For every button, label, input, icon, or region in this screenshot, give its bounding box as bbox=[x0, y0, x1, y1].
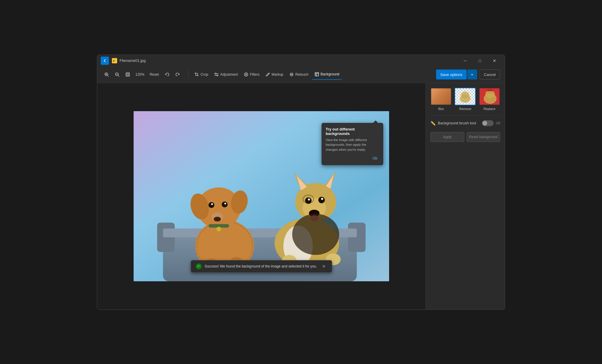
cancel-button[interactable]: Cancel bbox=[480, 70, 500, 79]
brush-tool-row: ✏️ Background brush tool Off bbox=[431, 120, 500, 126]
zoom-in-button[interactable] bbox=[102, 70, 111, 79]
brush-icon: ✏️ bbox=[431, 121, 435, 126]
toolbar-right: Save options ▾ Cancel bbox=[436, 70, 500, 79]
zoom-value: 120% bbox=[134, 72, 146, 77]
brush-toggle[interactable] bbox=[482, 120, 494, 126]
remove-label: Remove bbox=[459, 107, 471, 111]
reset-background-button[interactable]: Reset background bbox=[467, 132, 500, 142]
canvas-area[interactable]: Try out different backgrounds View the i… bbox=[97, 83, 426, 309]
maximize-button[interactable]: □ bbox=[473, 56, 487, 65]
zoom-controls: 120% Reset bbox=[102, 70, 182, 79]
apply-button[interactable]: Apply bbox=[431, 132, 464, 142]
toast-check-icon: ✓ bbox=[196, 263, 202, 269]
main-image: Try out different backgrounds View the i… bbox=[134, 111, 389, 281]
remove-option[interactable]: Preview Remove bbox=[455, 88, 476, 111]
tooltip-ok-button[interactable]: Ok bbox=[371, 155, 379, 161]
svg-point-54 bbox=[292, 214, 339, 255]
svg-line-18 bbox=[268, 73, 269, 74]
remove-thumbnail: Preview bbox=[455, 88, 476, 105]
active-indicator bbox=[312, 79, 342, 80]
tooltip-body: View the image with different background… bbox=[326, 138, 379, 152]
retouch-button[interactable]: Retouch bbox=[287, 70, 311, 79]
background-options: Blur Preview bbox=[431, 88, 500, 111]
svg-rect-20 bbox=[315, 72, 319, 76]
back-button[interactable] bbox=[101, 57, 109, 65]
toolbar: 120% Reset Crop Adjustment Filters bbox=[97, 67, 505, 83]
replace-label: Replace bbox=[484, 107, 495, 111]
svg-line-7 bbox=[118, 75, 119, 77]
remove-preview bbox=[455, 88, 475, 105]
replace-thumbnail: Preview bbox=[479, 88, 500, 105]
toolbar-separator-1 bbox=[188, 70, 189, 79]
svg-point-11 bbox=[215, 73, 216, 74]
adjustment-button[interactable]: Adjustment bbox=[212, 70, 240, 79]
markup-button[interactable]: Markup bbox=[263, 70, 286, 79]
undo-button[interactable] bbox=[162, 70, 172, 79]
success-toast: ✓ Success! We found the background of th… bbox=[191, 260, 332, 272]
image-container: Try out different backgrounds View the i… bbox=[134, 111, 389, 281]
crop-button[interactable]: Crop bbox=[192, 70, 211, 79]
save-options-chevron[interactable]: ▾ bbox=[467, 70, 477, 79]
replace-option[interactable]: Preview Replace bbox=[479, 88, 500, 111]
svg-point-51 bbox=[308, 198, 310, 200]
toast-message: Success! We found the background of the … bbox=[205, 264, 317, 268]
svg-point-34 bbox=[222, 202, 228, 207]
svg-point-50 bbox=[318, 197, 325, 203]
toast-close-button[interactable]: ✕ bbox=[321, 263, 327, 269]
svg-point-32 bbox=[214, 217, 221, 221]
brush-tool-label: Background brush tool bbox=[438, 121, 480, 125]
blur-preview bbox=[431, 88, 452, 105]
svg-point-36 bbox=[224, 203, 226, 204]
svg-point-33 bbox=[208, 202, 214, 208]
blur-thumbnail bbox=[431, 88, 452, 105]
reset-zoom-button[interactable]: Reset bbox=[147, 70, 161, 79]
window-controls: ─ □ ✕ bbox=[458, 56, 501, 65]
aspect-ratio-button[interactable] bbox=[123, 70, 132, 79]
close-button[interactable]: ✕ bbox=[488, 56, 501, 65]
svg-point-35 bbox=[211, 203, 213, 205]
main-content: Try out different backgrounds View the i… bbox=[97, 83, 505, 309]
svg-text:P: P bbox=[113, 60, 115, 62]
blur-option[interactable]: Blur bbox=[431, 88, 452, 111]
toggle-state-label: Off bbox=[496, 121, 500, 125]
redo-button[interactable] bbox=[173, 70, 182, 79]
tooltip-title: Try out different backgrounds bbox=[326, 127, 379, 136]
title-bar: P Filename01.jpg ─ □ ✕ bbox=[97, 55, 505, 67]
svg-rect-9 bbox=[126, 73, 130, 76]
replace-preview bbox=[480, 88, 500, 105]
right-panel: Blur Preview bbox=[426, 83, 505, 309]
svg-line-3 bbox=[107, 75, 109, 77]
svg-point-52 bbox=[321, 198, 323, 200]
zoom-out-button[interactable] bbox=[112, 70, 122, 79]
svg-rect-65 bbox=[488, 89, 492, 91]
window-title: Filename01.jpg bbox=[120, 58, 146, 63]
panel-divider bbox=[431, 115, 500, 116]
background-tool-wrapper: Background bbox=[312, 69, 342, 80]
svg-point-63 bbox=[485, 90, 495, 98]
app-icon: P bbox=[112, 58, 117, 63]
blur-label: Blur bbox=[438, 107, 444, 111]
app-window: P Filename01.jpg ─ □ ✕ 120% Reset bbox=[97, 55, 505, 310]
action-buttons: Apply Reset background bbox=[431, 132, 500, 142]
remove-dog-preview bbox=[455, 88, 475, 105]
svg-point-12 bbox=[217, 75, 218, 76]
filters-button[interactable]: Filters bbox=[241, 70, 262, 79]
save-options-button[interactable]: Save options bbox=[436, 70, 466, 79]
background-button[interactable]: Background bbox=[312, 69, 342, 79]
toggle-knob bbox=[482, 121, 487, 126]
svg-point-60 bbox=[461, 92, 469, 99]
background-tooltip: Try out different backgrounds View the i… bbox=[322, 123, 383, 165]
svg-point-38 bbox=[216, 227, 221, 231]
svg-rect-10 bbox=[127, 74, 129, 75]
minimize-button[interactable]: ─ bbox=[458, 56, 472, 65]
crop-tool-wrapper: Crop bbox=[192, 70, 211, 79]
